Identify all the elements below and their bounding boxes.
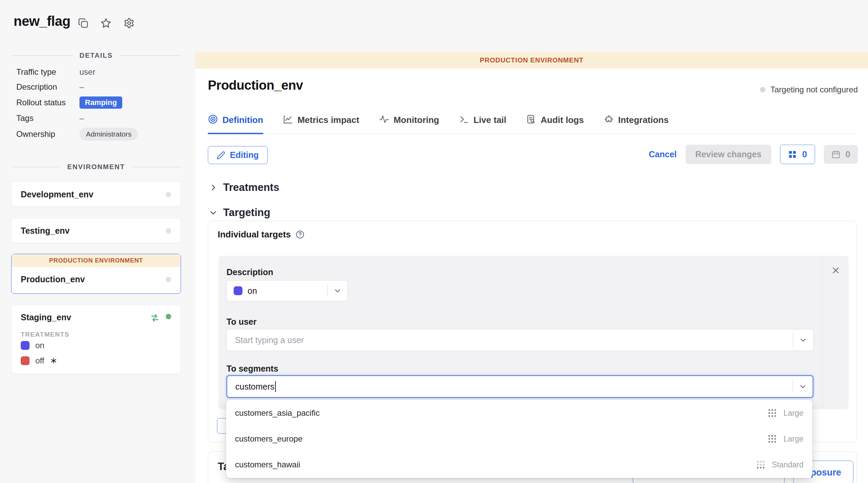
treatments-heading: TREATMENTS <box>21 331 69 338</box>
schedule-count-button[interactable]: 0 <box>824 145 858 164</box>
env-status-dot <box>166 314 171 319</box>
segment-option[interactable]: customers_europe Large <box>226 426 812 452</box>
env-status-dot <box>166 192 171 197</box>
grid-icon <box>788 150 797 159</box>
treatment-select[interactable]: on <box>227 280 348 301</box>
star-icon[interactable] <box>101 18 111 29</box>
tab-integrations[interactable]: Integrations <box>603 115 669 133</box>
tab-metrics-impact[interactable]: Metrics impact <box>283 115 359 133</box>
to-user-input[interactable]: Start typing a user <box>227 329 813 351</box>
tab-monitoring[interactable]: Monitoring <box>379 115 439 133</box>
description-label: Description <box>227 267 273 277</box>
individual-target-rule-card: Description on To user Start typing a us… <box>218 256 849 409</box>
to-segments-label: To segments <box>227 364 278 374</box>
integrations-icon <box>603 114 614 124</box>
swap-arrows-icon <box>150 313 160 323</box>
tab-bar: Definition Metrics impact Monitoring Liv… <box>208 115 857 134</box>
treatment-off-row: off <box>21 356 57 365</box>
default-treatment-asterisk-icon <box>50 357 57 364</box>
chevron-down-icon[interactable] <box>793 336 813 344</box>
environment-divider: ENVIRONMENT <box>11 163 181 171</box>
production-environment-banner: PRODUCTION ENVIRONMENT <box>12 254 181 267</box>
detail-row-description: Description – <box>16 82 181 92</box>
env-card-testing[interactable]: Testing_env <box>11 218 181 243</box>
definition-icon <box>208 114 218 124</box>
chevron-down-icon <box>209 209 217 217</box>
env-card-development[interactable]: Development_env <box>11 182 181 207</box>
env-status-dot <box>166 277 171 282</box>
env-card-staging[interactable]: Staging_env TREATMENTS on off <box>11 305 181 374</box>
close-icon[interactable] <box>831 266 840 409</box>
chevron-down-icon[interactable] <box>793 383 813 390</box>
chevron-right-icon <box>209 183 217 192</box>
details-heading: DETAILS <box>79 52 113 59</box>
treatments-section-header[interactable]: Treatments <box>209 181 279 194</box>
remove-rule-strip <box>822 256 849 409</box>
segment-grid-dots-icon <box>767 434 777 444</box>
production-environment-top-banner: PRODUCTION ENVIRONMENT <box>195 52 868 69</box>
status-dot <box>760 87 765 92</box>
page-title: new_flag <box>14 14 70 29</box>
rollout-status-badge[interactable]: Ramping <box>79 96 122 109</box>
treatment-on-row: on <box>21 341 44 350</box>
segment-option[interactable]: customers_asia_pacific Large <box>226 400 812 426</box>
targeting-section-header[interactable]: Targeting <box>209 207 270 219</box>
text-caret <box>275 381 276 392</box>
env-status-dot <box>166 228 171 234</box>
segment-grid-dots-icon <box>767 408 777 418</box>
detail-row-traffic-type: Traffic type user <box>16 67 181 77</box>
segments-dropdown: customers_asia_pacific Large customers_e… <box>226 400 812 478</box>
chevron-down-icon[interactable] <box>328 287 347 294</box>
details-divider: DETAILS <box>11 52 181 59</box>
treatment-on-swatch <box>21 341 30 350</box>
tab-audit-logs[interactable]: Audit logs <box>526 115 584 133</box>
ownership-badge[interactable]: Administrators <box>79 128 138 141</box>
review-changes-button[interactable]: Review changes <box>686 145 772 164</box>
changes-count-button[interactable]: 0 <box>780 145 815 164</box>
individual-targets-heading: Individual targets <box>218 229 291 240</box>
detail-row-rollout-status: Rollout status Ramping <box>16 96 181 109</box>
copy-icon[interactable] <box>78 18 88 28</box>
cancel-link[interactable]: Cancel <box>649 149 677 159</box>
treatment-color-swatch <box>234 286 242 295</box>
targeting-status: Targeting not configured <box>760 85 858 94</box>
pencil-icon <box>217 151 225 160</box>
feature-flag-page: new_flag DETAILS Traffic type user Descr… <box>0 0 868 483</box>
metrics-impact-icon <box>283 114 293 124</box>
segment-option[interactable]: customers_hawaii Standard <box>226 452 812 478</box>
help-icon[interactable] <box>295 230 305 239</box>
details-list: Traffic type user Description – Rollout … <box>16 67 181 141</box>
live-tail-icon <box>459 114 469 124</box>
tab-definition[interactable]: Definition <box>208 115 263 134</box>
environment-title: Production_env <box>208 78 303 93</box>
to-segments-input[interactable]: customers <box>227 375 813 398</box>
detail-row-ownership: Ownership Administrators <box>16 128 181 141</box>
to-user-label: To user <box>227 317 256 327</box>
calendar-icon <box>831 150 840 159</box>
env-card-production[interactable]: PRODUCTION ENVIRONMENT Production_env <box>11 254 181 294</box>
editing-button[interactable]: Editing <box>208 146 268 164</box>
gear-icon[interactable] <box>124 18 134 29</box>
tab-live-tail[interactable]: Live tail <box>459 115 506 133</box>
monitoring-icon <box>379 114 389 124</box>
audit-logs-icon <box>526 114 536 124</box>
segment-grid-dots-outline-icon <box>756 460 766 470</box>
detail-row-tags: Tags – <box>16 113 181 124</box>
treatment-off-swatch <box>21 356 30 365</box>
environment-heading: ENVIRONMENT <box>67 163 125 171</box>
